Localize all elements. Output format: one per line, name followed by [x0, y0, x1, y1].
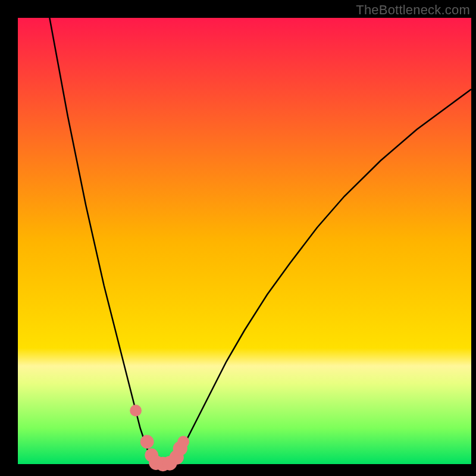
data-marker	[130, 405, 142, 416]
data-marker	[140, 435, 154, 449]
data-marker	[177, 436, 189, 448]
gradient-background	[18, 18, 471, 464]
chart-svg	[0, 0, 476, 476]
watermark-label: TheBottleneck.com	[356, 2, 470, 18]
bottleneck-chart: TheBottleneck.com	[0, 0, 476, 476]
